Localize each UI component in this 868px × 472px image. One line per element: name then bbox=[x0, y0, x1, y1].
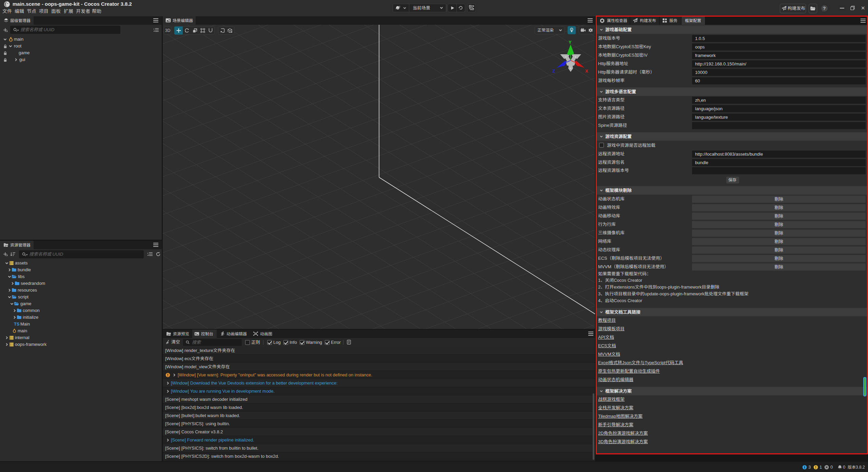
svg-text:X: X bbox=[585, 68, 588, 74]
svg-text:Z: Z bbox=[552, 68, 555, 74]
svg-text:Y: Y bbox=[569, 40, 572, 45]
